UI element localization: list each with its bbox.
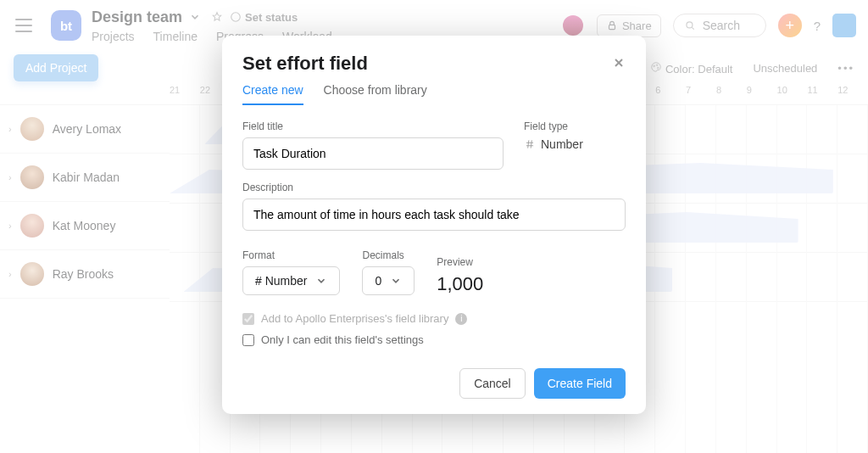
- tab-choose-library[interactable]: Choose from library: [324, 83, 427, 105]
- decimals-label: Decimals: [362, 249, 415, 261]
- add-to-library-checkbox: Add to Apollo Enterprises's field librar…: [242, 312, 626, 325]
- chevron-down-icon: [315, 275, 327, 287]
- only-me-checkbox[interactable]: Only I can edit this field's settings: [242, 333, 626, 346]
- decimals-select[interactable]: 0: [362, 266, 415, 295]
- format-select[interactable]: # Number: [242, 266, 340, 295]
- modal-title: Set effort field: [242, 53, 368, 75]
- set-effort-field-modal: Set effort field Create new Choose from …: [222, 36, 646, 414]
- close-icon[interactable]: [612, 53, 626, 75]
- info-icon[interactable]: i: [455, 313, 467, 325]
- field-title-input[interactable]: [242, 137, 504, 170]
- preview-label: Preview: [437, 256, 483, 268]
- field-type-value: Number: [524, 137, 626, 151]
- chevron-down-icon: [390, 275, 402, 287]
- create-field-button[interactable]: Create Field: [534, 368, 626, 399]
- field-title-label: Field title: [242, 120, 504, 132]
- description-input[interactable]: [242, 199, 626, 231]
- description-label: Description: [242, 182, 626, 193]
- preview-value: 1,000: [437, 273, 483, 295]
- field-type-label: Field type: [524, 120, 626, 132]
- tab-create-new[interactable]: Create new: [242, 83, 303, 105]
- format-label: Format: [242, 249, 340, 261]
- number-icon: [524, 138, 536, 150]
- cancel-button[interactable]: Cancel: [459, 368, 526, 399]
